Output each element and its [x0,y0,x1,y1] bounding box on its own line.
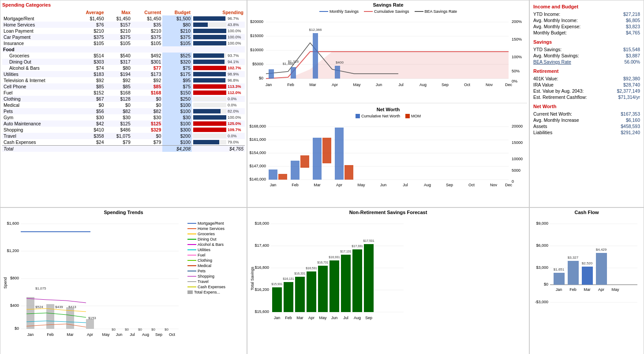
legend-cumulative-savings: Cumulative Savings [364,9,409,14]
svg-text:$16,200: $16,200 [255,287,269,292]
ytd-income-label: YTD Income: [533,11,560,17]
row-current: $173 [132,71,162,77]
svg-text:$154,000: $154,000 [249,151,266,155]
est-retirement-row: Est. Retirement Cashflow: $71,314/yr [533,94,640,100]
table-row: Alcohol & Bars $74 $80 $77 $75 102.7% [2,65,245,71]
row-max: $92 [105,77,132,83]
assets-row: Assets $458,593 [533,123,640,129]
net-worth-chart: $168,000 $161,000 $154,000 $147,000 $140… [249,121,518,192]
row-avg: $76 [72,22,105,28]
bea-savings-label[interactable]: BEA Savings Rate [533,59,571,64]
svg-text:Jan: Jan [274,316,281,320]
svg-text:$17,331: $17,331 [352,245,363,248]
svg-text:-$3,000: -$3,000 [535,300,548,304]
svg-text:200%: 200% [512,19,522,24]
table-row: Travel $358 $1,075 $0 $200 0.0% [2,133,245,139]
svg-text:May: May [319,316,327,320]
row-max: $157 [105,22,132,28]
svg-text:Jul: Jul [398,83,404,87]
row-bar-cell: 94.1% [192,59,245,65]
row-current: $30 [132,114,162,121]
svg-rect-155 [554,273,565,285]
row-budget: $95 [162,77,192,83]
row-bar-cell: 43.8% [192,22,245,28]
k401-value: $92,380 [623,76,640,81]
savings-forecast-chart: $18,000 $17,400 $16,800 $16,200 $15,600 … [249,217,408,349]
row-current: $210 [132,28,162,34]
row-max: $79 [105,139,132,146]
row-max: $128 [105,96,132,102]
row-current: $168 [132,90,162,96]
svg-rect-157 [568,261,579,285]
svg-text:5000: 5000 [512,168,520,173]
svg-text:Jun: Jun [380,183,387,187]
row-name: Auto Maintenance [2,121,72,127]
net-worth-info-title: Net Worth [533,104,640,109]
svg-text:Apr: Apr [598,287,604,292]
row-avg: $514 [72,53,105,59]
total-row: Total $4,208 $4,765 [2,146,245,152]
table-row: Clothing $67 $128 $0 $250 0.0% [2,96,245,102]
bea-savings-row: BEA Savings Rate 56.00% [533,59,640,65]
row-budget: $525 [162,53,192,59]
svg-text:$400: $400 [336,60,344,64]
row-current: $492 [132,53,162,59]
svg-text:100%: 100% [512,55,522,59]
svg-text:$439: $439 [55,305,63,309]
svg-rect-16 [269,69,274,79]
row-avg: $42 [72,121,105,127]
svg-text:Feb: Feb [292,183,299,187]
current-nw-row: Current Net Worth: $167,353 [533,111,640,117]
table-row: Groceries $514 $540 $492 $525 93.7% [2,53,245,59]
row-max: $1,450 [105,15,132,22]
charts-panel: Savings Rate Monthly Savings Cumulative … [247,0,529,207]
row-budget: $100 [162,139,192,146]
table-row: Auto Maintenance $42 $125 $125 $100 125.… [2,121,245,127]
row-budget: $80 [162,22,192,28]
row-bar-cell: 98.9% [192,71,245,77]
spending-categories-panel: Spending Categories Average Max Current … [0,0,247,207]
avg-monthly-savings-row: Avg. Monthly Savings: $3,887 [533,53,640,59]
table-row: Dining Out $303 $317 $301 $320 94.1% [2,59,245,65]
ytd-income-row: YTD Income: $27,218 [533,11,640,17]
svg-text:Nov: Nov [490,183,498,187]
row-name: Shopping [2,127,72,133]
income-budget-title: Income and Budget [533,4,640,9]
row-budget: $300 [162,127,192,133]
legend-cumulative-nw: Cumulative Net Worth [356,114,400,118]
svg-marker-15 [266,52,509,79]
svg-text:$16,531: $16,531 [306,267,317,270]
svg-text:0%: 0% [512,79,517,83]
avg-monthly-increase-label: Avg. Monthly Increase [533,117,579,123]
svg-rect-17 [291,67,296,79]
spending-trends-chart: $1,600 $1,200 $800 $400 $0 Spend [2,217,187,347]
svg-text:Jul: Jul [403,183,408,187]
table-row: Home Services $76 $157 $35 $80 43.8% [2,22,245,28]
svg-text:Mar: Mar [314,183,321,187]
table-row: Cash Expenses $24 $79 $79 $100 79.0% [2,139,245,146]
monthly-budget-value: $4,765 [626,30,640,35]
svg-text:May: May [102,332,110,337]
row-max: $375 [105,34,132,40]
net-worth-section: Net Worth Cumulative Net Worth MOM $168,… [249,105,527,206]
table-row: Fuel $152 $168 $168 $150 112.0% [2,90,245,96]
row-bar-cell: 0.0% [192,133,245,139]
row-avg: $0 [72,102,105,108]
row-name: Dining Out [2,59,72,65]
row-avg: $152 [72,90,105,96]
row-max: $125 [105,121,132,127]
row-max: $210 [105,28,132,34]
table-row: Gym $30 $30 $30 $30 100.0% [2,114,245,121]
row-name: Groceries [2,53,72,59]
row-budget: $210 [162,28,192,34]
svg-text:$524: $524 [35,305,43,309]
col-header-current: Current [132,9,162,15]
row-current: $0 [132,133,162,139]
svg-text:Spend: Spend [3,277,7,289]
row-name: Television & Internet [2,77,72,83]
est-value-value: $2,377,149 [617,88,640,94]
svg-text:Feb: Feb [47,332,54,337]
monthly-budget-label: Monthly Budget: [533,30,567,35]
svg-rect-128 [329,260,339,312]
row-bar-cell: 96.7% [192,15,245,22]
